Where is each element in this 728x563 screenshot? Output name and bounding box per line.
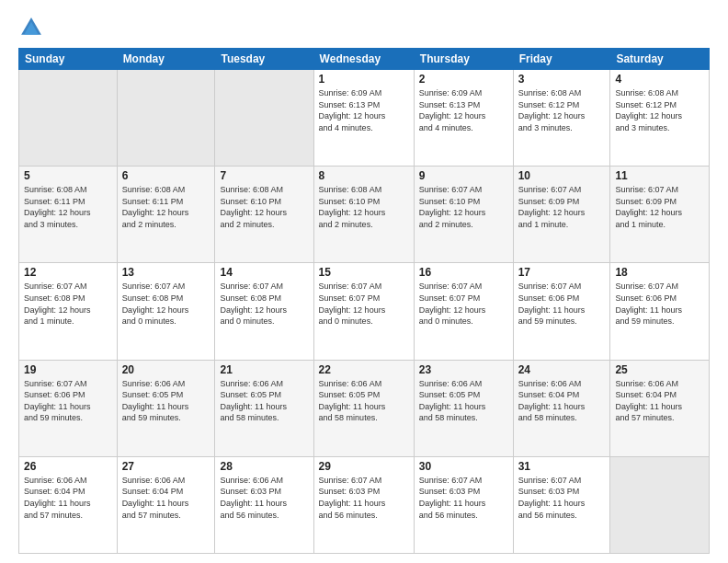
logo <box>18 15 48 40</box>
calendar-cell: 25Sunrise: 6:06 AM Sunset: 6:04 PM Dayli… <box>610 360 710 456</box>
day-number: 12 <box>24 266 112 279</box>
day-number: 11 <box>615 169 704 182</box>
calendar-cell: 29Sunrise: 6:07 AM Sunset: 6:03 PM Dayli… <box>313 456 414 553</box>
calendar-cell: 10Sunrise: 6:07 AM Sunset: 6:09 PM Dayli… <box>513 167 610 263</box>
weekday-header-wednesday: Wednesday <box>313 49 414 70</box>
calendar-cell: 13Sunrise: 6:07 AM Sunset: 6:08 PM Dayli… <box>117 263 215 360</box>
day-number: 17 <box>518 266 606 279</box>
calendar-cell: 26Sunrise: 6:06 AM Sunset: 6:04 PM Dayli… <box>19 456 118 553</box>
day-number: 26 <box>24 460 112 473</box>
calendar-cell: 16Sunrise: 6:07 AM Sunset: 6:07 PM Dayli… <box>414 263 513 360</box>
calendar-cell: 5Sunrise: 6:08 AM Sunset: 6:11 PM Daylig… <box>19 167 118 263</box>
calendar-cell: 30Sunrise: 6:07 AM Sunset: 6:03 PM Dayli… <box>414 456 513 553</box>
weekday-header-tuesday: Tuesday <box>215 49 313 70</box>
calendar-cell: 8Sunrise: 6:08 AM Sunset: 6:10 PM Daylig… <box>313 167 414 263</box>
day-number: 29 <box>319 460 409 473</box>
weekday-header-friday: Friday <box>513 49 610 70</box>
logo-icon <box>18 15 44 40</box>
day-info: Sunrise: 6:08 AM Sunset: 6:10 PM Dayligh… <box>220 184 308 230</box>
day-info: Sunrise: 6:06 AM Sunset: 6:04 PM Dayligh… <box>24 475 112 521</box>
calendar-cell: 15Sunrise: 6:07 AM Sunset: 6:07 PM Dayli… <box>313 263 414 360</box>
calendar-cell: 18Sunrise: 6:07 AM Sunset: 6:06 PM Dayli… <box>610 263 710 360</box>
day-info: Sunrise: 6:07 AM Sunset: 6:08 PM Dayligh… <box>122 281 210 327</box>
day-number: 27 <box>122 460 210 473</box>
day-number: 21 <box>220 363 308 376</box>
day-number: 31 <box>518 460 606 473</box>
calendar-cell: 6Sunrise: 6:08 AM Sunset: 6:11 PM Daylig… <box>117 167 215 263</box>
weekday-header-thursday: Thursday <box>414 49 513 70</box>
week-row-2: 5Sunrise: 6:08 AM Sunset: 6:11 PM Daylig… <box>19 167 710 263</box>
day-number: 25 <box>615 363 704 376</box>
calendar-cell: 2Sunrise: 6:09 AM Sunset: 6:13 PM Daylig… <box>414 70 513 167</box>
calendar-cell <box>117 70 215 167</box>
day-info: Sunrise: 6:07 AM Sunset: 6:08 PM Dayligh… <box>220 281 308 327</box>
day-info: Sunrise: 6:08 AM Sunset: 6:10 PM Dayligh… <box>319 184 409 230</box>
calendar-cell: 27Sunrise: 6:06 AM Sunset: 6:04 PM Dayli… <box>117 456 215 553</box>
day-info: Sunrise: 6:08 AM Sunset: 6:12 PM Dayligh… <box>615 87 704 133</box>
day-number: 13 <box>122 266 210 279</box>
weekday-header-sunday: Sunday <box>19 49 118 70</box>
day-info: Sunrise: 6:07 AM Sunset: 6:07 PM Dayligh… <box>319 281 409 327</box>
day-number: 3 <box>518 73 606 86</box>
calendar-cell: 14Sunrise: 6:07 AM Sunset: 6:08 PM Dayli… <box>215 263 313 360</box>
day-number: 14 <box>220 266 308 279</box>
week-row-5: 26Sunrise: 6:06 AM Sunset: 6:04 PM Dayli… <box>19 456 710 553</box>
calendar-cell: 1Sunrise: 6:09 AM Sunset: 6:13 PM Daylig… <box>313 70 414 167</box>
day-number: 1 <box>319 73 409 86</box>
day-number: 15 <box>319 266 409 279</box>
day-number: 10 <box>518 169 606 182</box>
day-number: 23 <box>419 363 508 376</box>
day-number: 5 <box>24 169 112 182</box>
day-info: Sunrise: 6:06 AM Sunset: 6:04 PM Dayligh… <box>615 378 704 424</box>
day-info: Sunrise: 6:07 AM Sunset: 6:06 PM Dayligh… <box>615 281 704 327</box>
day-number: 18 <box>615 266 704 279</box>
day-number: 2 <box>419 73 508 86</box>
calendar-cell: 7Sunrise: 6:08 AM Sunset: 6:10 PM Daylig… <box>215 167 313 263</box>
day-number: 9 <box>419 169 508 182</box>
calendar-cell <box>19 70 118 167</box>
calendar-cell: 22Sunrise: 6:06 AM Sunset: 6:05 PM Dayli… <box>313 360 414 456</box>
weekday-header-row: SundayMondayTuesdayWednesdayThursdayFrid… <box>19 49 710 70</box>
header <box>18 15 710 40</box>
calendar-cell: 24Sunrise: 6:06 AM Sunset: 6:04 PM Dayli… <box>513 360 610 456</box>
calendar-cell: 31Sunrise: 6:07 AM Sunset: 6:03 PM Dayli… <box>513 456 610 553</box>
calendar: SundayMondayTuesdayWednesdayThursdayFrid… <box>18 48 710 554</box>
day-info: Sunrise: 6:06 AM Sunset: 6:03 PM Dayligh… <box>220 475 308 521</box>
day-info: Sunrise: 6:09 AM Sunset: 6:13 PM Dayligh… <box>319 87 409 133</box>
day-info: Sunrise: 6:07 AM Sunset: 6:03 PM Dayligh… <box>518 475 606 521</box>
calendar-cell: 4Sunrise: 6:08 AM Sunset: 6:12 PM Daylig… <box>610 70 710 167</box>
day-info: Sunrise: 6:06 AM Sunset: 6:04 PM Dayligh… <box>518 378 606 424</box>
day-info: Sunrise: 6:06 AM Sunset: 6:05 PM Dayligh… <box>122 378 210 424</box>
day-info: Sunrise: 6:07 AM Sunset: 6:08 PM Dayligh… <box>24 281 112 327</box>
calendar-cell: 21Sunrise: 6:06 AM Sunset: 6:05 PM Dayli… <box>215 360 313 456</box>
day-info: Sunrise: 6:07 AM Sunset: 6:07 PM Dayligh… <box>419 281 508 327</box>
calendar-cell: 12Sunrise: 6:07 AM Sunset: 6:08 PM Dayli… <box>19 263 118 360</box>
day-info: Sunrise: 6:07 AM Sunset: 6:09 PM Dayligh… <box>615 184 704 230</box>
calendar-cell <box>215 70 313 167</box>
day-number: 24 <box>518 363 606 376</box>
calendar-cell: 28Sunrise: 6:06 AM Sunset: 6:03 PM Dayli… <box>215 456 313 553</box>
day-info: Sunrise: 6:06 AM Sunset: 6:05 PM Dayligh… <box>419 378 508 424</box>
day-info: Sunrise: 6:07 AM Sunset: 6:09 PM Dayligh… <box>518 184 606 230</box>
day-number: 6 <box>122 169 210 182</box>
day-info: Sunrise: 6:08 AM Sunset: 6:11 PM Dayligh… <box>122 184 210 230</box>
calendar-cell: 20Sunrise: 6:06 AM Sunset: 6:05 PM Dayli… <box>117 360 215 456</box>
day-info: Sunrise: 6:06 AM Sunset: 6:05 PM Dayligh… <box>319 378 409 424</box>
weekday-header-saturday: Saturday <box>610 49 710 70</box>
day-number: 16 <box>419 266 508 279</box>
day-info: Sunrise: 6:07 AM Sunset: 6:06 PM Dayligh… <box>518 281 606 327</box>
day-number: 19 <box>24 363 112 376</box>
day-info: Sunrise: 6:08 AM Sunset: 6:12 PM Dayligh… <box>518 87 606 133</box>
day-number: 22 <box>319 363 409 376</box>
calendar-cell: 17Sunrise: 6:07 AM Sunset: 6:06 PM Dayli… <box>513 263 610 360</box>
week-row-3: 12Sunrise: 6:07 AM Sunset: 6:08 PM Dayli… <box>19 263 710 360</box>
page: SundayMondayTuesdayWednesdayThursdayFrid… <box>0 0 728 563</box>
calendar-cell: 19Sunrise: 6:07 AM Sunset: 6:06 PM Dayli… <box>19 360 118 456</box>
day-number: 28 <box>220 460 308 473</box>
calendar-cell: 3Sunrise: 6:08 AM Sunset: 6:12 PM Daylig… <box>513 70 610 167</box>
day-info: Sunrise: 6:07 AM Sunset: 6:03 PM Dayligh… <box>319 475 409 521</box>
day-info: Sunrise: 6:07 AM Sunset: 6:10 PM Dayligh… <box>419 184 508 230</box>
day-number: 7 <box>220 169 308 182</box>
day-number: 30 <box>419 460 508 473</box>
calendar-cell: 23Sunrise: 6:06 AM Sunset: 6:05 PM Dayli… <box>414 360 513 456</box>
